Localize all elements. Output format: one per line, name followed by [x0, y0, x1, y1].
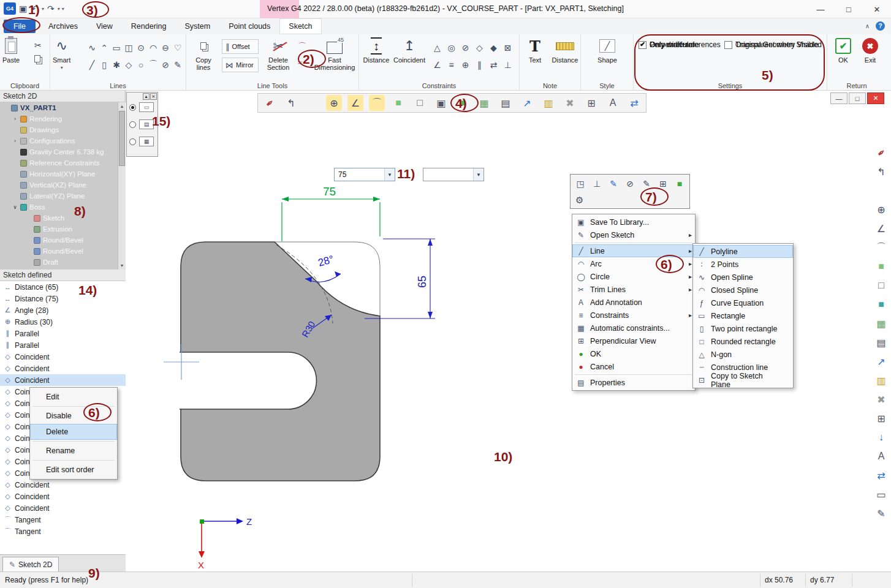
sketch-toolbar-icon[interactable]: ■ [455, 95, 471, 111]
tree-item[interactable]: › Rendering [0, 113, 126, 124]
tab-sketch-2d[interactable]: ✎ Sketch 2D [2, 557, 59, 571]
constraint-list-item[interactable]: ⌒ Tangent [0, 514, 126, 526]
file-menu-button[interactable]: File [4, 20, 36, 33]
maximize-button[interactable]: □ [835, 0, 863, 18]
rail-icon[interactable]: ✒ [870, 141, 891, 164]
rail-icon[interactable]: ▥ [873, 372, 889, 388]
view-mode-option[interactable]: ▤ [129, 119, 157, 129]
coincident-constraint-button[interactable]: ↥ Coincident [392, 37, 427, 64]
constraint-icon[interactable]: ◇ [472, 39, 487, 56]
tree-expand-arrow[interactable]: › [12, 116, 18, 122]
offset-button[interactable]: ∥ Offset [222, 39, 259, 54]
constraint-list-item[interactable]: ∥ Parallel [0, 328, 126, 339]
tree-item[interactable]: ∨ Boss [0, 202, 126, 213]
height-dimension-label[interactable]: 65 [416, 276, 428, 288]
dimension-value-combo[interactable]: 75 ▼ [334, 168, 395, 181]
mini-toolbar-icon[interactable]: ⊞ [656, 177, 670, 190]
combo-dropdown-icon[interactable]: ▼ [384, 168, 395, 181]
submenu-item[interactable]: ╱ Polyline [693, 245, 793, 258]
rail-icon[interactable]: ✎ [873, 505, 889, 521]
constraint-list-item[interactable]: ↔ Distance (75) [0, 293, 126, 304]
submenu-item[interactable]: ∿ Open Spline [693, 271, 793, 284]
mini-toolbar-icon[interactable]: ⊥ [590, 177, 604, 190]
context-menu-item[interactable]: ╱ Line [572, 244, 695, 257]
context-menu-item[interactable]: ◠ Arc [572, 257, 695, 270]
line-tool-icon[interactable]: ✱ [110, 56, 123, 74]
ribbon-tab[interactable]: System [176, 18, 220, 34]
constraint-menu-item[interactable]: Edit sort order [30, 462, 117, 478]
doc-restore-button[interactable]: □ [849, 92, 866, 104]
constraint-list-item[interactable]: ↔ Distance (65) [0, 281, 126, 293]
tree-item[interactable]: Lateral(YZ) Plane [0, 190, 126, 202]
rail-icon[interactable]: ↰ [873, 164, 889, 179]
rail-icon[interactable]: ▦ [873, 315, 889, 331]
tree-item[interactable]: Reference Constraints [0, 157, 126, 168]
constraint-list-item[interactable]: ⌒ Tangent [0, 526, 126, 537]
constraint-list-item[interactable]: ⊕ Radius (30) [0, 316, 126, 328]
sketch-toolbar-icon[interactable]: ↗ [519, 95, 535, 111]
sketch-toolbar-icon[interactable]: ▥ [540, 95, 556, 111]
arc-tool-icon[interactable]: ⌒ [298, 42, 306, 53]
radio-icon[interactable] [129, 121, 136, 128]
rail-icon[interactable]: □ [873, 277, 889, 293]
rail-icon[interactable]: ⊕ [873, 202, 889, 217]
gear-icon[interactable]: ⚙ [575, 195, 583, 206]
smart-line-button[interactable]: ∿ Smart ▾ [53, 37, 70, 70]
help-icon[interactable]: ? [876, 21, 885, 31]
tree-item[interactable]: Round/Bevel [0, 246, 126, 257]
sketch-toolbar-icon[interactable]: A [605, 95, 621, 111]
sketch-toolbar-icon[interactable]: □ [412, 95, 428, 111]
rail-icon[interactable]: ⇄ [873, 467, 889, 483]
line-tool-icon[interactable]: ▭ [110, 39, 123, 56]
ribbon-tab[interactable]: Sketch [279, 18, 321, 34]
undo-caret-icon[interactable]: ▾ [42, 6, 44, 12]
tree-item[interactable]: Sketch [0, 213, 126, 224]
context-menu-item[interactable]: ◯ Circle [572, 270, 695, 283]
constraint-icon[interactable]: ⊠ [501, 39, 515, 56]
distance-constraint-button[interactable]: ↕ Distance [362, 37, 391, 64]
angle-dimension-label[interactable]: 28° [317, 253, 335, 268]
context-menu-item[interactable]: ✎ Open Sketch [572, 228, 695, 241]
rail-icon[interactable]: ∠ [873, 221, 889, 236]
rail-icon[interactable]: ✖ [873, 391, 889, 407]
submenu-item[interactable]: ∶ 2 Points [693, 258, 793, 271]
line-tool-icon[interactable]: ⌒ [147, 56, 159, 74]
constraint-icon[interactable]: ⇄ [487, 56, 501, 74]
tree-item[interactable]: › Configurations [0, 135, 126, 146]
context-menu-item[interactable]: ● Cancel [572, 360, 695, 373]
constraint-menu-item[interactable]: Edit [30, 389, 117, 405]
scrollbar-thumb[interactable] [119, 111, 125, 166]
constraint-list-item[interactable]: ◇ Coincident [0, 479, 126, 491]
wave-tool-icon[interactable]: ≈ [298, 58, 306, 67]
rail-icon[interactable]: ■ [873, 296, 889, 312]
dimension-tolerance-combo[interactable]: ▼ [423, 168, 484, 181]
rail-icon[interactable]: ↗ [873, 353, 889, 369]
tree-item[interactable]: Vertical(XZ) Plane [0, 179, 126, 190]
radio-icon[interactable] [129, 138, 136, 145]
save-icon[interactable]: ▣ [18, 4, 28, 13]
close-button[interactable]: ✕ [863, 0, 891, 18]
ok-button[interactable]: ✔ OK [831, 37, 855, 64]
tree-item[interactable]: Drawings [0, 124, 126, 135]
copy-lines-button[interactable]: Copy lines [189, 37, 218, 71]
settings-checkbox-row[interactable]: Original Geometry Visible [724, 40, 819, 49]
line-tool-icon[interactable]: ∿ [86, 39, 98, 56]
sketch-toolbar-icon[interactable] [305, 95, 320, 111]
minimize-button[interactable]: — [806, 0, 835, 18]
context-menu-item[interactable]: ▣ Save To Library... [572, 216, 695, 228]
constraint-list-item[interactable]: ◇ Coincident [0, 363, 126, 374]
constraint-list-item[interactable]: ◇ Coincident [0, 351, 126, 363]
tree-expand-arrow[interactable]: › [12, 138, 18, 144]
line-tool-icon[interactable]: ○ [135, 56, 147, 74]
constraint-icon[interactable]: ⊘ [458, 39, 472, 56]
constraint-list-item[interactable]: ∠ Angle (28) [0, 304, 126, 316]
rail-icon[interactable]: ↓ [873, 429, 889, 445]
submenu-item[interactable]: ◠ Closed Spline [693, 284, 793, 296]
tree-item[interactable]: Round/Bevel [0, 235, 126, 246]
exit-button[interactable]: ✖ Exit [858, 37, 882, 64]
tree-item[interactable]: Gravity Center 6.738 kg [0, 146, 126, 157]
ribbon-tab[interactable]: Point clouds [219, 18, 279, 34]
constraint-menu-item[interactable]: Rename [30, 443, 117, 459]
panel-up-icon[interactable]: ▲ [143, 93, 150, 100]
constraint-icon[interactable]: ⊥ [501, 56, 515, 74]
